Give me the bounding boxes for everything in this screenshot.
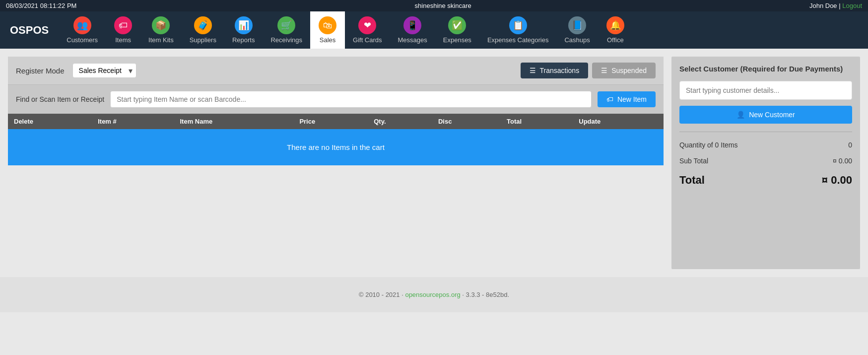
- brand-logo: OSPOS: [0, 11, 59, 49]
- col-delete: Delete: [8, 114, 92, 129]
- col-disc: Disc: [432, 114, 501, 129]
- mode-buttons: ☰ Transactions ☰ Suspended: [521, 63, 656, 78]
- messages-icon: 📱: [403, 16, 421, 34]
- sales-icon: 🛍: [319, 16, 336, 34]
- tag-icon: 🏷: [606, 95, 613, 103]
- nav-item-itemkits[interactable]: 📦 Item Kits: [140, 11, 182, 49]
- transactions-label: Transactions: [540, 67, 580, 74]
- right-panel: Select Customer (Required for Due Paymen…: [671, 57, 860, 269]
- total-label: Total: [679, 174, 705, 187]
- footer-link[interactable]: opensourcepos.org: [405, 291, 460, 298]
- customer-search-input[interactable]: [679, 81, 852, 100]
- footer-version: · 3.3.3 - 8e52bd.: [462, 291, 509, 298]
- left-panel: Register Mode Sales Receipt ☰ Transactio…: [8, 57, 664, 269]
- itemkits-icon: 📦: [152, 16, 170, 34]
- subtotal-row: Sub Total ¤ 0.00: [679, 156, 852, 166]
- footer-copyright: © 2010 - 2021 ·: [359, 291, 403, 298]
- expensescat-icon: 📋: [509, 16, 527, 34]
- col-qty-: Qty.: [368, 114, 432, 129]
- register-mode-wrapper[interactable]: Sales Receipt: [72, 63, 136, 78]
- cart-empty-message: There are no Items in the cart: [8, 129, 664, 165]
- total-value: ¤ 0.00: [822, 174, 852, 187]
- transactions-button[interactable]: ☰ Transactions: [521, 63, 589, 78]
- col-item-name: Item Name: [174, 114, 293, 129]
- nav-item-messages[interactable]: 📱 Messages: [390, 11, 435, 49]
- receivings-label: Receivings: [270, 36, 302, 44]
- nav-item-expensescat[interactable]: 📋 Expenses Categories: [479, 11, 557, 49]
- messages-label: Messages: [398, 36, 427, 44]
- nav-item-receivings[interactable]: 🛒 Receivings: [263, 11, 310, 49]
- reports-label: Reports: [232, 36, 255, 44]
- register-mode-label: Register Mode: [16, 67, 65, 75]
- subtotal-label: Sub Total: [679, 157, 708, 165]
- cart-table-body: There are no Items in the cart: [8, 129, 664, 165]
- col-update: Update: [573, 114, 664, 129]
- suspended-icon: ☰: [601, 67, 607, 74]
- scan-input[interactable]: [110, 91, 592, 108]
- main-nav: OSPOS 👥 Customers 🏷 Items 📦 Item Kits 🧳 …: [0, 11, 868, 49]
- office-icon: 🔔: [606, 16, 624, 34]
- nav-item-giftcards[interactable]: ❤ Gift Cards: [345, 11, 390, 49]
- footer: © 2010 - 2021 · opensourcepos.org · 3.3.…: [0, 277, 868, 312]
- scan-label: Find or Scan Item or Receipt: [16, 95, 104, 103]
- user-area: John Doe | Logout: [809, 2, 862, 9]
- items-icon: 🏷: [114, 16, 132, 34]
- sales-label: Sales: [320, 36, 336, 44]
- datetime: 08/03/2021 08:11:22 PM: [6, 2, 76, 9]
- expenses-label: Expenses: [443, 36, 471, 44]
- nav-item-office[interactable]: 🔔 Office: [598, 11, 633, 49]
- select-customer-title: Select Customer (Required for Due Paymen…: [679, 65, 852, 73]
- nav-item-reports[interactable]: 📊 Reports: [224, 11, 263, 49]
- expensescat-label: Expenses Categories: [487, 36, 549, 44]
- customers-label: Customers: [67, 36, 98, 44]
- reports-icon: 📊: [235, 16, 253, 34]
- receivings-icon: 🛒: [277, 16, 295, 34]
- cashups-label: Cashups: [564, 36, 590, 44]
- username: John Doe: [809, 2, 837, 9]
- app-name: shineshine skincare: [415, 2, 471, 9]
- quantity-value: 0: [848, 141, 852, 149]
- col-price: Price: [293, 114, 368, 129]
- cart-header-row: DeleteItem #Item NamePriceQty.DiscTotalU…: [8, 114, 664, 129]
- office-label: Office: [607, 36, 624, 44]
- nav-item-suppliers[interactable]: 🧳 Suppliers: [182, 11, 224, 49]
- suspended-label: Suspended: [611, 67, 647, 74]
- nav-item-expenses[interactable]: ✅ Expenses: [435, 11, 479, 49]
- quantity-row: Quantity of 0 Items 0: [679, 140, 852, 150]
- col-item--: Item #: [92, 114, 174, 129]
- transactions-icon: ☰: [530, 67, 536, 74]
- quantity-label: Quantity of 0 Items: [679, 141, 738, 149]
- nav-items: 👥 Customers 🏷 Items 📦 Item Kits 🧳 Suppli…: [59, 11, 868, 49]
- items-label: Items: [115, 36, 131, 44]
- nav-item-customers[interactable]: 👥 Customers: [59, 11, 106, 49]
- cart-table: DeleteItem #Item NamePriceQty.DiscTotalU…: [8, 114, 664, 165]
- new-customer-button[interactable]: 👤 New Customer: [679, 106, 852, 124]
- new-item-label: New Item: [617, 95, 647, 103]
- suppliers-icon: 🧳: [194, 16, 212, 34]
- register-mode-select[interactable]: Sales Receipt: [72, 63, 136, 78]
- new-customer-label: New Customer: [749, 111, 795, 119]
- cart-table-header: DeleteItem #Item NamePriceQty.DiscTotalU…: [8, 114, 664, 129]
- scan-row: Find or Scan Item or Receipt 🏷 New Item: [8, 85, 664, 114]
- nav-item-sales[interactable]: 🛍 Sales: [310, 11, 345, 49]
- panel-divider: [679, 132, 852, 132]
- giftcards-label: Gift Cards: [353, 36, 382, 44]
- person-icon: 👤: [736, 111, 745, 119]
- main-content: Register Mode Sales Receipt ☰ Transactio…: [0, 49, 868, 277]
- cart-empty-row: There are no Items in the cart: [8, 129, 664, 165]
- suppliers-label: Suppliers: [190, 36, 216, 44]
- nav-item-items[interactable]: 🏷 Items: [106, 11, 140, 49]
- top-bar: 08/03/2021 08:11:22 PM shineshine skinca…: [0, 0, 868, 11]
- nav-item-cashups[interactable]: 📘 Cashups: [556, 11, 598, 49]
- cashups-icon: 📘: [568, 16, 586, 34]
- expenses-icon: ✅: [448, 16, 466, 34]
- customers-icon: 👥: [73, 16, 91, 34]
- itemkits-label: Item Kits: [148, 36, 174, 44]
- col-total: Total: [501, 114, 573, 129]
- new-item-button[interactable]: 🏷 New Item: [598, 91, 656, 107]
- suspended-button[interactable]: ☰ Suspended: [592, 63, 656, 78]
- subtotal-value: ¤ 0.00: [833, 157, 852, 165]
- logout-link[interactable]: Logout: [842, 2, 862, 9]
- total-row: Total ¤ 0.00: [679, 172, 852, 189]
- register-mode-row: Register Mode Sales Receipt ☰ Transactio…: [8, 57, 664, 85]
